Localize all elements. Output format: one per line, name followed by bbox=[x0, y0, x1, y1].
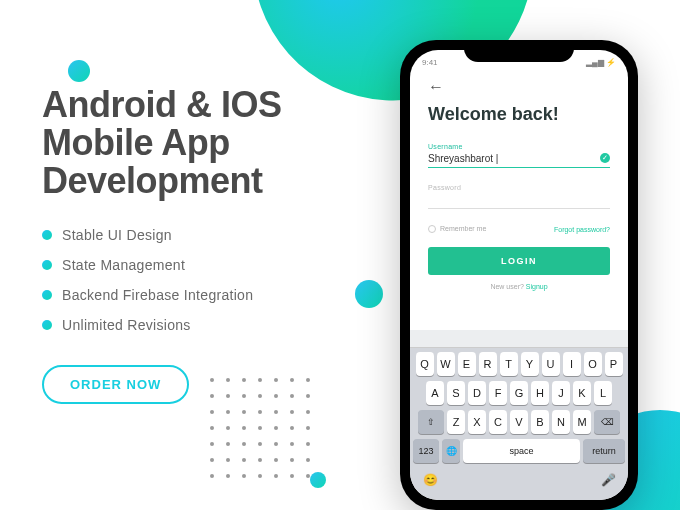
keyboard-row-utility: 123 🌐 space return bbox=[413, 439, 625, 463]
key-n[interactable]: N bbox=[552, 410, 570, 434]
key-l[interactable]: L bbox=[594, 381, 612, 405]
decor-dot-grid bbox=[210, 378, 310, 478]
key-space[interactable]: space bbox=[463, 439, 580, 463]
status-icons: ▂▄▆ ⚡ bbox=[586, 58, 616, 67]
feature-label: State Management bbox=[62, 257, 185, 273]
key-m[interactable]: M bbox=[573, 410, 591, 434]
key-u[interactable]: U bbox=[542, 352, 560, 376]
key-r[interactable]: R bbox=[479, 352, 497, 376]
key-h[interactable]: H bbox=[531, 381, 549, 405]
page-title: Android & IOS Mobile App Development bbox=[42, 86, 362, 199]
keyboard-row-3: ⇧ Z X C V B N M ⌫ bbox=[413, 410, 625, 434]
key-t[interactable]: T bbox=[500, 352, 518, 376]
key-f[interactable]: F bbox=[489, 381, 507, 405]
key-c[interactable]: C bbox=[489, 410, 507, 434]
signup-link[interactable]: Signup bbox=[526, 283, 548, 290]
keyboard-row-bottom: 😊 🎤 bbox=[413, 468, 625, 492]
username-field[interactable]: Username Shreyashbarot | ✓ bbox=[428, 143, 610, 168]
keyboard-row-1: Q W E R T Y U I O P bbox=[413, 352, 625, 376]
back-icon[interactable]: ← bbox=[428, 78, 610, 96]
key-delete[interactable]: ⌫ bbox=[594, 410, 620, 434]
username-label: Username bbox=[428, 143, 610, 150]
key-q[interactable]: Q bbox=[416, 352, 434, 376]
bullet-icon bbox=[42, 230, 52, 240]
feature-item: State Management bbox=[42, 257, 362, 273]
password-field[interactable]: Password bbox=[428, 184, 610, 209]
key-p[interactable]: P bbox=[605, 352, 623, 376]
keyboard-suggestion-bar[interactable] bbox=[410, 330, 628, 348]
remember-row: Remember me Forgot password? bbox=[428, 225, 610, 233]
key-k[interactable]: K bbox=[573, 381, 591, 405]
password-label: Password bbox=[428, 184, 610, 191]
welcome-heading: Welcome back! bbox=[428, 104, 610, 125]
left-panel: Android & IOS Mobile App Development Sta… bbox=[42, 86, 362, 404]
key-s[interactable]: S bbox=[447, 381, 465, 405]
phone-screen: 9:41 ▂▄▆ ⚡ ← Welcome back! Username Shre… bbox=[410, 50, 628, 500]
decor-dot bbox=[310, 472, 326, 488]
key-z[interactable]: Z bbox=[447, 410, 465, 434]
feature-list: Stable UI Design State Management Backen… bbox=[42, 227, 362, 333]
feature-label: Stable UI Design bbox=[62, 227, 172, 243]
order-now-button[interactable]: ORDER NOW bbox=[42, 365, 189, 404]
emoji-icon[interactable]: 😊 bbox=[421, 468, 439, 492]
key-j[interactable]: J bbox=[552, 381, 570, 405]
checkbox-icon[interactable] bbox=[428, 225, 436, 233]
remember-me[interactable]: Remember me bbox=[428, 225, 486, 233]
bullet-icon bbox=[42, 290, 52, 300]
key-shift[interactable]: ⇧ bbox=[418, 410, 444, 434]
forgot-password-link[interactable]: Forgot password? bbox=[554, 226, 610, 233]
key-globe[interactable]: 🌐 bbox=[442, 439, 460, 463]
key-v[interactable]: V bbox=[510, 410, 528, 434]
key-a[interactable]: A bbox=[426, 381, 444, 405]
username-value[interactable]: Shreyashbarot | bbox=[428, 150, 610, 168]
bullet-icon bbox=[42, 320, 52, 330]
feature-label: Backend Firebase Integration bbox=[62, 287, 253, 303]
ios-keyboard[interactable]: Q W E R T Y U I O P A S D F G H J K L bbox=[410, 330, 628, 500]
password-value[interactable] bbox=[428, 191, 610, 209]
key-b[interactable]: B bbox=[531, 410, 549, 434]
key-g[interactable]: G bbox=[510, 381, 528, 405]
signup-row: New user? Signup bbox=[428, 283, 610, 290]
feature-item: Unlimited Revisions bbox=[42, 317, 362, 333]
keyboard-row-2: A S D F G H J K L bbox=[413, 381, 625, 405]
phone-mockup: 9:41 ▂▄▆ ⚡ ← Welcome back! Username Shre… bbox=[400, 40, 638, 510]
phone-notch bbox=[464, 40, 574, 62]
check-icon: ✓ bbox=[600, 153, 610, 163]
login-button[interactable]: LOGIN bbox=[428, 247, 610, 275]
key-i[interactable]: I bbox=[563, 352, 581, 376]
newuser-label: New user? bbox=[490, 283, 523, 290]
key-return[interactable]: return bbox=[583, 439, 625, 463]
feature-label: Unlimited Revisions bbox=[62, 317, 191, 333]
key-y[interactable]: Y bbox=[521, 352, 539, 376]
key-o[interactable]: O bbox=[584, 352, 602, 376]
feature-item: Backend Firebase Integration bbox=[42, 287, 362, 303]
feature-item: Stable UI Design bbox=[42, 227, 362, 243]
status-time: 9:41 bbox=[422, 58, 438, 67]
key-123[interactable]: 123 bbox=[413, 439, 439, 463]
bullet-icon bbox=[42, 260, 52, 270]
login-screen: ← Welcome back! Username Shreyashbarot |… bbox=[410, 74, 628, 290]
key-x[interactable]: X bbox=[468, 410, 486, 434]
mic-icon[interactable]: 🎤 bbox=[599, 468, 617, 492]
key-w[interactable]: W bbox=[437, 352, 455, 376]
key-e[interactable]: E bbox=[458, 352, 476, 376]
decor-dot bbox=[68, 60, 90, 82]
key-d[interactable]: D bbox=[468, 381, 486, 405]
